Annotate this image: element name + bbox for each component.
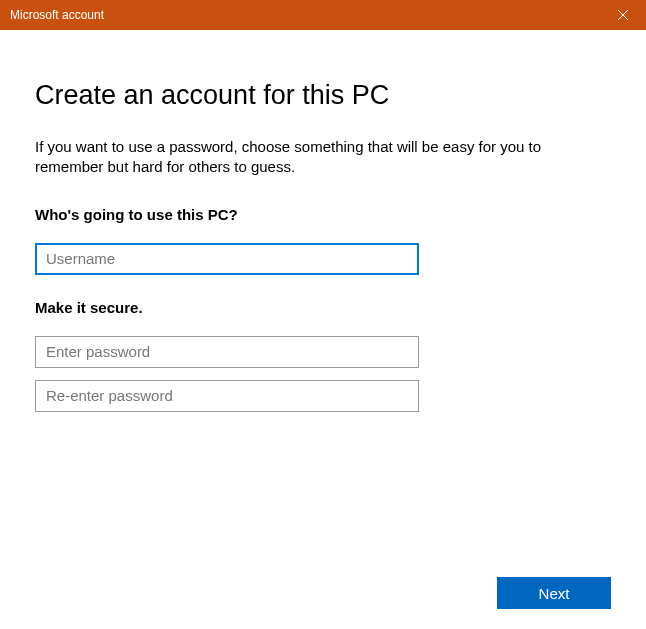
close-icon xyxy=(618,10,628,20)
page-subtitle: If you want to use a password, choose so… xyxy=(35,137,611,178)
titlebar: Microsoft account xyxy=(0,0,646,30)
password-confirm-input[interactable] xyxy=(35,380,419,412)
username-section: Who's going to use this PC? xyxy=(35,206,611,275)
password-input[interactable] xyxy=(35,336,419,368)
next-button[interactable]: Next xyxy=(497,577,611,609)
close-button[interactable] xyxy=(600,0,646,30)
footer: Next xyxy=(497,577,611,609)
content-area: Create an account for this PC If you wan… xyxy=(0,30,646,412)
username-input[interactable] xyxy=(35,243,419,275)
password-section-label: Make it secure. xyxy=(35,299,611,316)
password-section: Make it secure. xyxy=(35,299,611,412)
username-section-label: Who's going to use this PC? xyxy=(35,206,611,223)
page-title: Create an account for this PC xyxy=(35,80,611,111)
window-title: Microsoft account xyxy=(10,8,104,22)
